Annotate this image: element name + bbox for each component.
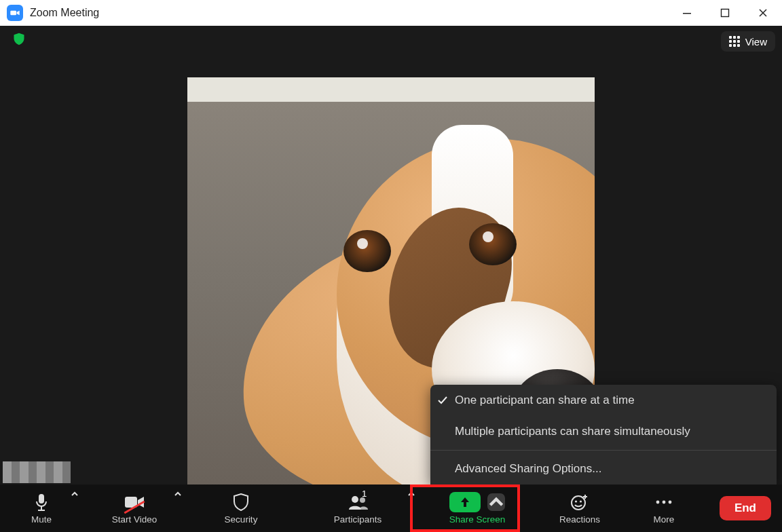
close-button[interactable] xyxy=(744,0,782,26)
mute-label: Mute xyxy=(31,514,52,525)
shield-icon xyxy=(233,493,249,512)
share-options-menu: One participant can share at a time Mult… xyxy=(430,385,777,484)
svg-point-14 xyxy=(669,500,672,504)
participants-button[interactable]: Participants 1 xyxy=(296,484,420,532)
share-screen-label: Share Screen xyxy=(449,514,506,525)
share-option-one-at-a-time[interactable]: One participant can share at a time xyxy=(430,385,777,416)
svg-point-7 xyxy=(352,496,358,503)
grid-icon xyxy=(729,36,740,47)
share-screen-icon xyxy=(449,492,481,512)
mute-button[interactable]: Mute xyxy=(0,484,83,532)
smiley-plus-icon xyxy=(570,493,589,512)
security-button[interactable]: Security xyxy=(186,484,296,532)
video-options-chevron-icon[interactable] xyxy=(174,490,182,500)
svg-rect-2 xyxy=(722,10,729,17)
advanced-sharing-options[interactable]: Advanced Sharing Options... xyxy=(430,453,777,484)
window-title: Zoom Meeting xyxy=(30,7,99,19)
check-icon xyxy=(430,395,455,406)
share-options-chevron-icon[interactable] xyxy=(487,493,505,511)
svg-rect-4 xyxy=(41,506,42,510)
svg-point-11 xyxy=(580,500,582,502)
svg-point-12 xyxy=(656,500,660,504)
security-label: Security xyxy=(225,514,258,525)
svg-rect-1 xyxy=(683,13,691,14)
more-button[interactable]: More xyxy=(625,484,703,532)
participants-options-chevron-icon[interactable] xyxy=(407,490,415,500)
reactions-label: Reactions xyxy=(559,514,600,525)
zoom-window: Zoom Meeting View xyxy=(0,0,782,532)
share-option-label: Multiple participants can share simultan… xyxy=(455,425,690,438)
video-off-icon xyxy=(124,493,145,512)
maximize-button[interactable] xyxy=(706,0,744,26)
svg-point-9 xyxy=(572,496,585,510)
mute-options-chevron-icon[interactable] xyxy=(71,490,79,500)
svg-rect-0 xyxy=(10,11,16,16)
start-video-button[interactable]: Start Video xyxy=(83,484,186,532)
meeting-toolbar: Mute Start Video Security xyxy=(0,484,782,532)
view-label: View xyxy=(745,36,767,48)
end-button[interactable]: End xyxy=(720,496,771,520)
view-button[interactable]: View xyxy=(721,31,775,52)
titlebar: Zoom Meeting xyxy=(0,0,782,26)
advanced-sharing-label: Advanced Sharing Options... xyxy=(455,462,601,476)
svg-point-10 xyxy=(575,500,577,502)
zoom-app-icon xyxy=(7,5,23,21)
meeting-area: View One participant can share at a time xyxy=(0,26,782,532)
svg-rect-3 xyxy=(39,494,44,504)
participants-count: 1 xyxy=(362,489,367,499)
share-screen-button[interactable]: Share Screen xyxy=(420,484,535,532)
svg-rect-5 xyxy=(38,510,45,511)
participants-label: Participants xyxy=(334,514,382,525)
minimize-button[interactable] xyxy=(668,0,706,26)
menu-divider xyxy=(430,450,777,451)
end-label: End xyxy=(734,501,756,514)
microphone-icon xyxy=(35,493,48,512)
encryption-shield-icon[interactable] xyxy=(12,31,26,49)
start-video-label: Start Video xyxy=(112,514,157,525)
more-label: More xyxy=(654,514,675,525)
ellipsis-icon xyxy=(654,493,673,512)
reactions-button[interactable]: Reactions xyxy=(535,484,625,532)
self-view-thumbnail[interactable] xyxy=(3,461,71,483)
share-option-label: One participant can share at a time xyxy=(455,394,635,407)
svg-point-13 xyxy=(663,500,666,504)
share-option-multiple[interactable]: Multiple participants can share simultan… xyxy=(430,416,777,447)
